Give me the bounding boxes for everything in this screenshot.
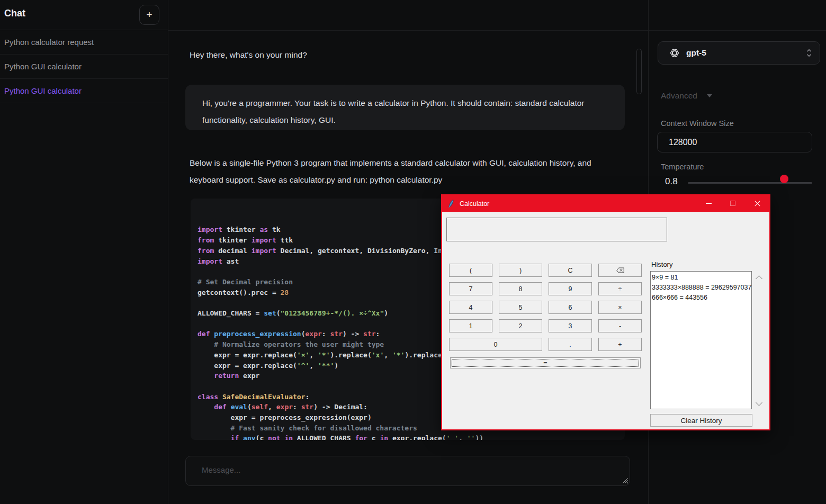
calc-button-divide[interactable]: ÷ <box>598 282 642 295</box>
history-label: History <box>651 260 672 268</box>
greeting-text: Hey there, what's on your mind? <box>190 50 307 60</box>
message-input[interactable] <box>185 456 630 486</box>
minimize-button[interactable] <box>696 195 721 212</box>
calculator-display[interactable] <box>446 218 667 241</box>
calc-button-8[interactable]: 8 <box>499 282 542 295</box>
maximize-button[interactable] <box>721 195 745 212</box>
calc-button-2[interactable]: 2 <box>499 319 542 332</box>
new-chat-button[interactable]: + <box>139 5 159 25</box>
chevron-updown-icon <box>806 49 812 57</box>
history-item[interactable]: 3333333×888888 = 2962959703704 <box>652 283 751 293</box>
calc-button-7[interactable]: 7 <box>449 282 492 295</box>
context-window-input[interactable] <box>657 132 812 152</box>
calc-button-minus[interactable]: - <box>598 319 642 332</box>
chat-sidebar: Chat + Python calculator requestPython G… <box>0 0 168 504</box>
tkinter-feather-icon <box>447 199 455 208</box>
sidebar-item-chat[interactable]: Python calculator request <box>0 30 168 55</box>
temperature-label: Temperature <box>661 163 704 171</box>
calculator-window: Calculator ()C789÷456×123-0.+= History 9… <box>441 194 770 430</box>
temperature-value: 0.8 <box>665 176 678 187</box>
temperature-slider-thumb[interactable] <box>780 175 788 183</box>
history-list[interactable]: 9×9 = 813333333×888888 = 296295970370466… <box>650 271 752 409</box>
sidebar-item-chat[interactable]: Python GUI calculator <box>0 55 168 79</box>
chat-list: Python calculator requestPython GUI calc… <box>0 30 168 103</box>
chevron-down-icon <box>707 94 712 97</box>
history-scroll-down-icon[interactable] <box>756 399 762 406</box>
context-window-label: Context Window Size <box>661 119 734 128</box>
close-button[interactable] <box>745 195 769 212</box>
calc-button-close-paren[interactable]: ) <box>499 264 542 277</box>
backspace-icon <box>616 267 624 273</box>
calculator-window-title: Calculator <box>460 200 696 208</box>
advanced-label: Advanced <box>661 91 697 100</box>
slider-track <box>688 182 812 184</box>
calc-keypad: ()C789÷456×123-0.+= <box>449 264 642 368</box>
chat-scrollbar-thumb[interactable] <box>636 49 642 94</box>
history-item[interactable]: 9×9 = 81 <box>652 273 751 283</box>
history-item[interactable]: 666×666 = 443556 <box>652 293 751 303</box>
user-message-bubble: Hi, you're a programmer. Your task is to… <box>185 85 625 130</box>
calc-button-backspace[interactable] <box>598 264 642 277</box>
clear-history-button[interactable]: Clear History <box>650 414 752 427</box>
sidebar-header: Chat + <box>0 0 168 30</box>
message-box <box>185 456 630 486</box>
calc-button-0[interactable]: 0 <box>449 338 542 351</box>
calc-button-plus[interactable]: + <box>598 338 642 351</box>
code-line: if any(c not in ALLOWED_CHARS for c in e… <box>197 433 625 440</box>
model-name: gpt-5 <box>686 48 806 58</box>
openai-logo-icon <box>669 48 680 58</box>
assistant-message-text: Below is a single-file Python 3 program … <box>190 155 610 188</box>
calc-button-equals[interactable]: = <box>450 357 641 368</box>
calc-button-4[interactable]: 4 <box>449 301 492 314</box>
calc-button-3[interactable]: 3 <box>549 319 592 332</box>
sidebar-title: Chat <box>4 8 25 19</box>
app-root: Chat + Python calculator requestPython G… <box>0 0 826 504</box>
calc-button-9[interactable]: 9 <box>549 282 592 295</box>
calc-button-clear[interactable]: C <box>549 264 592 277</box>
advanced-toggle[interactable]: Advanced <box>661 91 712 101</box>
calc-button-6[interactable]: 6 <box>549 301 592 314</box>
calculator-body: ()C789÷456×123-0.+= History 9×9 = 813333… <box>442 212 769 429</box>
history-scroll-up-icon[interactable] <box>756 275 762 282</box>
model-selector[interactable]: gpt-5 <box>658 41 820 65</box>
calc-button-1[interactable]: 1 <box>449 319 492 332</box>
calc-button-open-paren[interactable]: ( <box>449 264 492 277</box>
calc-button-multiply[interactable]: × <box>598 301 642 314</box>
sidebar-item-chat[interactable]: Python GUI calculator <box>0 79 168 103</box>
calculator-titlebar[interactable]: Calculator <box>442 195 769 212</box>
calc-button-decimal[interactable]: . <box>549 338 592 351</box>
calc-button-5[interactable]: 5 <box>499 301 542 314</box>
temperature-slider[interactable] <box>688 178 812 187</box>
